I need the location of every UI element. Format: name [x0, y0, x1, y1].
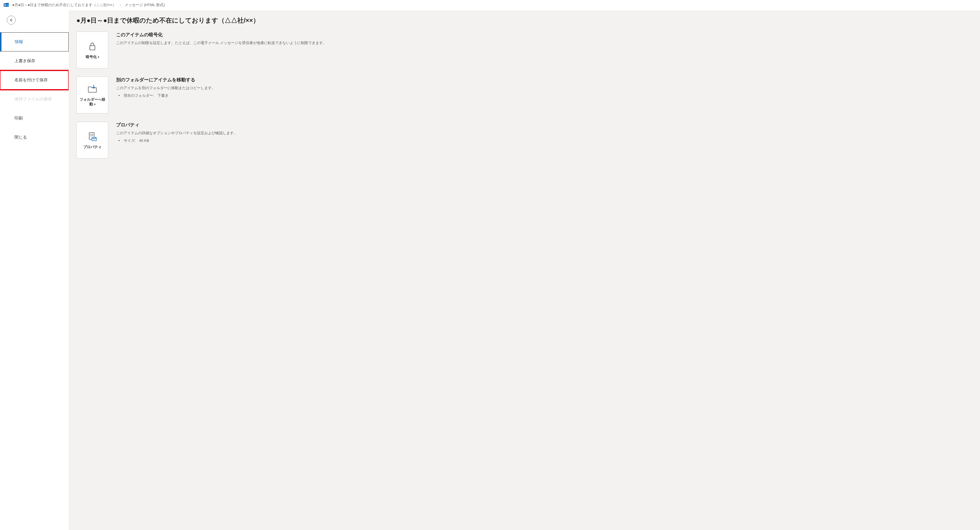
section-desc: このアイテムを別のフォルダーに移動またはコピーします。	[116, 85, 971, 91]
section-properties: プロパティ プロパティ このアイテムの詳細なオプションやプロパティを設定および確…	[76, 122, 971, 158]
chevron-down-icon: ▾	[98, 55, 99, 59]
sidebar-item-label: 上書き保存	[14, 58, 35, 64]
section-move: フォルダーへ移動▾ 別のフォルダーにアイテムを移動する このアイテムを別のフォル…	[76, 76, 971, 113]
window-title: ●月●日～●日まで休暇のため不在にしております（△△社/××） - メッセージ …	[12, 3, 165, 7]
kv-key: サイズ:	[124, 137, 136, 144]
sidebar: 情報 上書き保存 名前を付けて保存 添付ファイルの保存 印刷 閉じる	[0, 10, 68, 530]
tile-label: プロパティ	[83, 145, 102, 150]
svg-rect-7	[91, 134, 93, 134]
kv-value: 下書き	[158, 92, 169, 99]
svg-rect-4	[90, 46, 95, 50]
move-folder-tile[interactable]: フォルダーへ移動▾	[76, 76, 108, 113]
arrow-left-icon	[9, 18, 14, 22]
sidebar-item-save-attachments: 添付ファイルの保存	[0, 90, 68, 109]
sidebar-item-save-as[interactable]: 名前を付けて保存	[0, 70, 68, 90]
outlook-logo-icon	[3, 2, 9, 8]
back-button[interactable]	[7, 16, 16, 24]
section-encrypt: 暗号化▾ このアイテムの暗号化 このアイテムの制限を設定します。たとえば、この電…	[76, 32, 971, 68]
section-desc: このアイテムの制限を設定します。たとえば、この電子メール メッセージを受信者が他…	[116, 40, 971, 46]
tile-label: フォルダーへ移動▾	[78, 97, 107, 107]
kv-row-current-folder: 現在のフォルダー: 下書き	[116, 92, 971, 99]
sidebar-item-label: 印刷	[14, 116, 23, 121]
sidebar-item-label: 閉じる	[14, 135, 27, 140]
svg-rect-2	[4, 3, 7, 6]
svg-rect-9	[91, 135, 93, 136]
properties-icon	[87, 131, 98, 142]
sidebar-item-label: 名前を付けて保存	[14, 77, 48, 83]
sidebar-item-save[interactable]: 上書き保存	[0, 51, 68, 70]
kv-value: 45 KB	[139, 137, 149, 144]
encrypt-tile[interactable]: 暗号化▾	[76, 32, 108, 68]
chevron-down-icon: ▾	[94, 103, 95, 106]
section-title: このアイテムの暗号化	[116, 32, 971, 38]
backstage-view: 情報 上書き保存 名前を付けて保存 添付ファイルの保存 印刷 閉じる ●月●日～…	[0, 10, 980, 530]
svg-rect-6	[90, 134, 91, 135]
folder-move-icon	[87, 84, 98, 95]
sidebar-item-info[interactable]: 情報	[0, 32, 68, 51]
window-titlebar: ●月●日～●日まで休暇のため不在にしております（△△社/××） - メッセージ …	[0, 0, 980, 10]
tile-label: 暗号化▾	[86, 55, 99, 59]
section-title: プロパティ	[116, 122, 971, 128]
kv-row-size: サイズ: 45 KB	[116, 137, 971, 144]
sidebar-item-label: 情報	[15, 39, 23, 45]
main-panel: ●月●日～●日まで休暇のため不在にしております（△△社/××） 暗号化▾ このア…	[68, 10, 980, 530]
section-desc: このアイテムの詳細なオプションやプロパティを設定および確認します。	[116, 130, 971, 136]
kv-key: 現在のフォルダー:	[124, 92, 154, 99]
svg-rect-8	[90, 135, 91, 136]
page-heading: ●月●日～●日まで休暇のため不在にしております（△△社/××）	[76, 16, 971, 25]
section-title: 別のフォルダーにアイテムを移動する	[116, 76, 971, 83]
sidebar-item-label: 添付ファイルの保存	[14, 97, 52, 102]
properties-tile[interactable]: プロパティ	[76, 122, 108, 158]
sidebar-item-print[interactable]: 印刷	[0, 109, 68, 128]
sidebar-item-close[interactable]: 閉じる	[0, 128, 68, 147]
lock-icon	[87, 41, 97, 52]
